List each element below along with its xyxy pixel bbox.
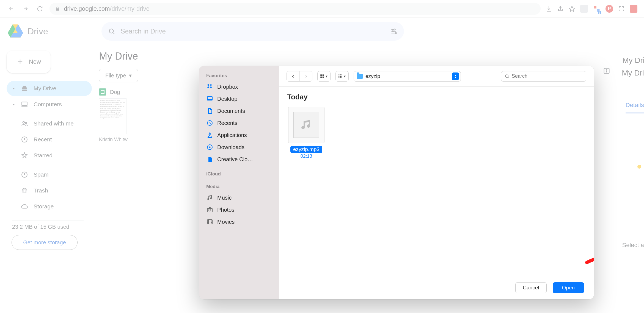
sidebar-item-spam[interactable]: Spam — [7, 167, 92, 182]
search-options-icon[interactable] — [390, 28, 397, 35]
group-mode-icon[interactable]: ▼ — [335, 71, 349, 82]
sidebar-item-dropbox[interactable]: Dropbox — [199, 81, 279, 93]
new-button-label: New — [29, 58, 41, 65]
sidebar-item-documents[interactable]: Documents — [199, 105, 279, 117]
drive-triangle-icon — [8, 24, 23, 39]
search-input[interactable] — [121, 27, 385, 35]
sidebar-label: Starred — [34, 152, 53, 159]
sidebar-item-movies[interactable]: Movies — [199, 216, 279, 228]
view-mode-icon[interactable]: ▼ — [317, 71, 331, 82]
extension-2-icon[interactable]: 1 — [593, 5, 601, 13]
svg-rect-31 — [341, 76, 342, 77]
lock-icon — [55, 6, 60, 11]
file-item-ezyzip[interactable]: ezyzip.mp3 02:13 — [287, 107, 326, 159]
file-duration: 02:13 — [301, 153, 312, 159]
svg-rect-30 — [340, 76, 341, 77]
search-box[interactable] — [101, 22, 404, 41]
page-title: My Drive — [99, 51, 644, 62]
open-button[interactable]: Open — [553, 282, 584, 293]
svg-rect-28 — [341, 74, 342, 75]
search-icon — [505, 74, 510, 79]
star-icon[interactable] — [569, 5, 575, 12]
clock-icon — [206, 119, 213, 127]
drive-logo[interactable]: Drive — [8, 24, 48, 39]
folder-dropdown[interactable]: ezyzip ▲▼ — [354, 71, 461, 82]
sidebar-label: Trash — [34, 187, 48, 194]
sidebar-item-storage[interactable]: Storage — [7, 199, 92, 214]
document-icon — [206, 107, 213, 114]
extension-3-icon[interactable] — [630, 5, 637, 13]
sidebar-item-shared[interactable]: Shared with me — [7, 116, 92, 131]
star-icon — [21, 152, 28, 159]
suggested-file-card[interactable]: Dog Lorem ipsum dolor sit amet consectet… — [99, 88, 192, 142]
dialog-forward-button[interactable] — [299, 71, 312, 81]
sidebar-item-recent[interactable]: Recent — [7, 132, 92, 147]
sidebar-label: Computers — [34, 101, 62, 108]
sidebar-item-trash[interactable]: Trash — [7, 183, 92, 198]
cancel-button[interactable]: Cancel — [515, 282, 546, 293]
expand-icon[interactable]: ▸ — [12, 102, 15, 106]
sidebar-item-music[interactable]: Music — [199, 192, 279, 204]
dialog-body: Today ezyzip.mp3 02:13 — [279, 87, 594, 276]
pinterest-icon[interactable]: P — [606, 5, 613, 13]
clock-icon — [21, 136, 28, 143]
people-icon — [21, 120, 28, 127]
new-button[interactable]: New — [7, 51, 51, 73]
sidebar-section-icloud: iCloud — [199, 169, 279, 179]
nav-back-forward — [287, 71, 312, 82]
folder-name: ezyzip — [365, 73, 380, 79]
file-thumbnail — [288, 107, 324, 143]
svg-rect-29 — [338, 76, 339, 77]
divider — [12, 220, 84, 220]
back-button[interactable] — [7, 4, 16, 13]
svg-point-20 — [209, 209, 211, 211]
file-name: Dog — [110, 89, 120, 95]
reload-button[interactable] — [35, 4, 45, 13]
url-path: /drive/my-drive — [110, 5, 150, 12]
sidebar-item-recents[interactable]: Recents — [199, 117, 279, 129]
svg-rect-25 — [322, 76, 324, 78]
right-panel-select-hint: Select a — [622, 242, 644, 249]
share-icon[interactable] — [557, 5, 564, 12]
dialog-search-input[interactable] — [512, 73, 583, 79]
dialog-search[interactable] — [501, 71, 586, 82]
forward-button[interactable] — [21, 4, 30, 13]
details-tab[interactable]: Details — [626, 102, 644, 113]
svg-point-4 — [109, 29, 113, 33]
sidebar-item-starred[interactable]: Starred — [7, 148, 92, 163]
svg-rect-32 — [338, 77, 339, 78]
sidebar-label: Spam — [34, 171, 49, 178]
extension-1-icon[interactable] — [580, 5, 588, 13]
dialog-back-button[interactable] — [287, 71, 299, 81]
download-icon — [206, 144, 213, 151]
fullscreen-icon[interactable] — [618, 5, 625, 12]
svg-point-6 — [392, 31, 393, 32]
sidebar-item-photos[interactable]: Photos — [199, 204, 279, 216]
download-icon[interactable] — [546, 5, 552, 12]
sidebar-item-creative-cloud[interactable]: Creative Clo… — [199, 153, 279, 165]
sidebar-item-computers[interactable]: ▸ Computers — [7, 97, 92, 112]
sidebar-item-downloads[interactable]: Downloads — [199, 141, 279, 153]
info-frame-icon[interactable] — [603, 67, 610, 75]
get-more-storage-button[interactable]: Get more storage — [12, 235, 78, 250]
sidebar-label: Shared with me — [34, 120, 74, 127]
svg-rect-15 — [207, 97, 212, 100]
sidebar-section-media: Media — [199, 182, 279, 192]
svg-point-7 — [395, 32, 396, 33]
sidebar-label: Storage — [34, 203, 54, 210]
sidebar-item-applications[interactable]: Applications — [199, 129, 279, 141]
url-host: drive.google.com — [64, 5, 110, 12]
music-note-icon — [300, 118, 313, 132]
computer-icon — [21, 101, 28, 108]
sidebar-item-my-drive[interactable]: ▸ My Drive — [7, 81, 92, 96]
sidebar-item-desktop[interactable]: Desktop — [199, 93, 279, 105]
updown-icon: ▲▼ — [452, 72, 459, 80]
address-bar[interactable]: drive.google.com/drive/my-drive — [49, 3, 541, 15]
spam-icon — [21, 171, 28, 178]
expand-icon[interactable]: ▸ — [12, 86, 15, 90]
chip-file-type[interactable]: File type▾ — [99, 69, 138, 82]
browser-actions: 1 P — [546, 5, 637, 13]
cloud-icon — [21, 203, 28, 210]
sidebar-section-favorites: Favorites — [199, 71, 279, 81]
sidebar-label: My Drive — [34, 85, 56, 92]
